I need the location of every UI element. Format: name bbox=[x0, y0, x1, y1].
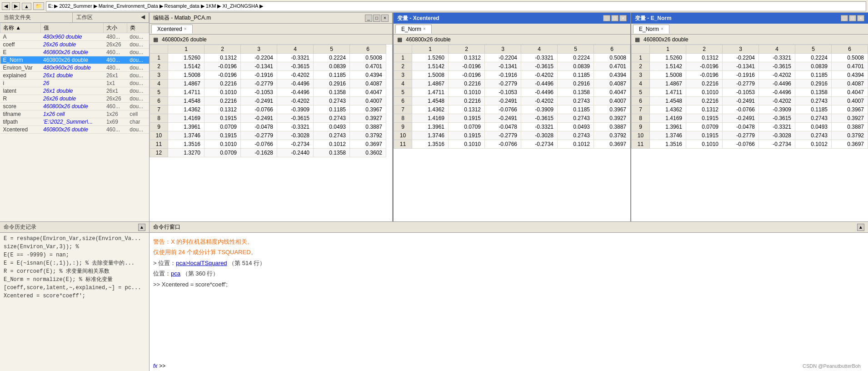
cmd-input[interactable] bbox=[165, 362, 803, 369]
grid-cell[interactable]: -0.1053 bbox=[241, 88, 277, 97]
grid-cell[interactable]: -0.4202 bbox=[277, 71, 314, 80]
grid-cell[interactable]: -0.2204 bbox=[485, 54, 521, 62]
grid-cell[interactable]: -0.2204 bbox=[723, 54, 759, 62]
grid-cell[interactable]: 0.4007 bbox=[594, 97, 630, 105]
path-bar[interactable]: E: ▶ 2022_Summer ▶ Marine_Environment_Da… bbox=[46, 1, 866, 11]
enorm-minimize-btn[interactable]: _ bbox=[841, 15, 848, 21]
grid-cell[interactable]: 0.2743 bbox=[558, 114, 594, 123]
grid-cell[interactable]: 0.1010 bbox=[205, 88, 241, 97]
grid-cell[interactable]: 0.0839 bbox=[314, 62, 350, 71]
editor-grid-container[interactable]: 123456 11.52600.1312-0.2204-0.33210.2224… bbox=[150, 45, 392, 221]
grid-cell[interactable]: 0.0709 bbox=[205, 149, 241, 157]
grid-cell[interactable]: 0.2216 bbox=[686, 80, 723, 88]
grid-cell[interactable]: 0.1185 bbox=[558, 105, 594, 114]
table-row[interactable]: R 26x26 double 26x26 dou... bbox=[0, 95, 149, 103]
grid-cell[interactable]: 0.1358 bbox=[314, 149, 350, 157]
grid-cell[interactable]: 0.3792 bbox=[350, 131, 386, 140]
grid-cell[interactable]: 0.1312 bbox=[686, 105, 723, 114]
tab-xcentered[interactable]: Xcentered × bbox=[151, 25, 193, 34]
table-row[interactable]: E 460800x26 double 460... dou... bbox=[0, 49, 149, 56]
grid-cell[interactable]: 0.2743 bbox=[558, 131, 594, 140]
table-row[interactable]: latent 26x1 double 26x1 dou... bbox=[0, 87, 149, 95]
grid-cell[interactable]: 0.3927 bbox=[350, 114, 386, 123]
grid-cell[interactable]: 0.0709 bbox=[686, 123, 723, 131]
grid-cell[interactable]: 1.4362 bbox=[650, 105, 686, 114]
grid-cell[interactable]: 0.2743 bbox=[795, 114, 832, 123]
grid-cell[interactable]: 0.3697 bbox=[350, 140, 386, 149]
grid-cell[interactable]: 0.0839 bbox=[795, 62, 832, 71]
grid-cell[interactable]: -0.4496 bbox=[759, 88, 795, 97]
grid-cell[interactable]: 1.4867 bbox=[168, 80, 205, 88]
table-row[interactable]: coeff 26x26 double 26x26 dou... bbox=[0, 41, 149, 49]
grid-cell[interactable]: 0.3887 bbox=[594, 123, 630, 131]
grid-cell[interactable]: 0.4087 bbox=[594, 80, 630, 88]
tab-enorm[interactable]: E_Norm × bbox=[395, 25, 432, 34]
xcentered-close-btn[interactable]: × bbox=[619, 15, 627, 21]
grid-cell[interactable]: 0.1915 bbox=[205, 114, 241, 123]
grid-cell[interactable]: 1.4711 bbox=[412, 88, 449, 97]
grid-cell[interactable]: -0.1916 bbox=[723, 71, 759, 80]
grid-cell[interactable]: -0.1628 bbox=[241, 149, 277, 157]
grid-cell[interactable]: 0.2224 bbox=[314, 54, 350, 62]
location-link[interactable]: pca>localTSquared bbox=[176, 260, 227, 266]
grid-cell[interactable]: 0.4394 bbox=[832, 71, 868, 80]
grid-cell[interactable]: 1.3746 bbox=[412, 131, 449, 140]
grid-cell[interactable]: 0.4701 bbox=[832, 62, 868, 71]
grid-cell[interactable]: 0.5008 bbox=[594, 54, 630, 62]
xcentered-minimize-btn[interactable]: _ bbox=[603, 15, 610, 21]
grid-cell[interactable]: -0.3909 bbox=[277, 105, 314, 114]
table-row[interactable]: explained 26x1 double 26x1 dou... bbox=[0, 72, 149, 80]
grid-cell[interactable]: -0.2440 bbox=[277, 149, 314, 157]
grid-cell[interactable]: 0.2916 bbox=[314, 80, 350, 88]
grid-cell[interactable]: -0.4496 bbox=[277, 80, 314, 88]
grid-cell[interactable]: -0.4496 bbox=[521, 88, 558, 97]
grid-cell[interactable]: 0.2916 bbox=[795, 80, 832, 88]
grid-cell[interactable]: 0.1010 bbox=[686, 140, 723, 149]
grid-cell[interactable]: 1.4169 bbox=[168, 114, 205, 123]
editor-close-btn[interactable]: × bbox=[381, 15, 389, 22]
grid-cell[interactable]: -0.4202 bbox=[521, 71, 558, 80]
editor-minimize-btn[interactable]: _ bbox=[365, 15, 372, 22]
grid-cell[interactable]: -0.0196 bbox=[686, 71, 723, 80]
grid-cell[interactable]: -0.0196 bbox=[205, 71, 241, 80]
grid-cell[interactable]: -0.0196 bbox=[205, 62, 241, 71]
grid-cell[interactable]: 0.3792 bbox=[832, 131, 868, 140]
tab-xcentered-close[interactable]: × bbox=[184, 26, 187, 31]
grid-cell[interactable]: 0.5008 bbox=[350, 54, 386, 62]
grid-cell[interactable]: 0.2916 bbox=[558, 80, 594, 88]
grid-cell[interactable]: -0.3028 bbox=[277, 131, 314, 140]
grid-cell[interactable]: -0.3615 bbox=[759, 114, 795, 123]
grid-cell[interactable]: 0.4007 bbox=[832, 97, 868, 105]
grid-cell[interactable]: 0.3927 bbox=[832, 114, 868, 123]
grid-cell[interactable]: 0.2743 bbox=[314, 131, 350, 140]
grid-cell[interactable]: 0.0839 bbox=[558, 62, 594, 71]
grid-cell[interactable]: -0.3615 bbox=[277, 114, 314, 123]
grid-cell[interactable]: -0.4496 bbox=[277, 88, 314, 97]
grid-cell[interactable]: 0.4047 bbox=[594, 88, 630, 97]
grid-cell[interactable]: -0.4496 bbox=[521, 80, 558, 88]
grid-cell[interactable]: 1.3516 bbox=[650, 140, 686, 149]
grid-cell[interactable]: 0.1358 bbox=[314, 88, 350, 97]
grid-cell[interactable]: -0.2491 bbox=[723, 97, 759, 105]
location-link[interactable]: pca bbox=[171, 270, 180, 277]
grid-cell[interactable]: -0.3615 bbox=[759, 62, 795, 71]
grid-cell[interactable]: 0.1010 bbox=[449, 88, 485, 97]
cmd-window-expand-btn[interactable]: ▲ bbox=[857, 224, 864, 231]
grid-cell[interactable]: 0.4701 bbox=[594, 62, 630, 71]
grid-cell[interactable]: 1.4867 bbox=[650, 80, 686, 88]
grid-cell[interactable]: 1.5260 bbox=[412, 54, 449, 62]
grid-cell[interactable]: 1.3270 bbox=[168, 149, 205, 157]
grid-cell[interactable]: 0.2216 bbox=[449, 97, 485, 105]
tab-enorm2[interactable]: E_Norm × bbox=[633, 25, 669, 34]
grid-cell[interactable]: -0.2779 bbox=[241, 80, 277, 88]
grid-cell[interactable]: 0.1915 bbox=[449, 114, 485, 123]
grid-cell[interactable]: -0.3909 bbox=[759, 105, 795, 114]
grid-cell[interactable]: 1.4867 bbox=[412, 80, 449, 88]
grid-cell[interactable]: 0.2743 bbox=[795, 131, 832, 140]
grid-cell[interactable]: 0.5008 bbox=[832, 54, 868, 62]
grid-cell[interactable]: 0.1185 bbox=[558, 71, 594, 80]
grid-cell[interactable]: 1.5142 bbox=[168, 62, 205, 71]
grid-cell[interactable]: 0.4087 bbox=[350, 80, 386, 88]
grid-cell[interactable]: -0.3028 bbox=[521, 131, 558, 140]
grid-cell[interactable]: 0.1185 bbox=[795, 71, 832, 80]
